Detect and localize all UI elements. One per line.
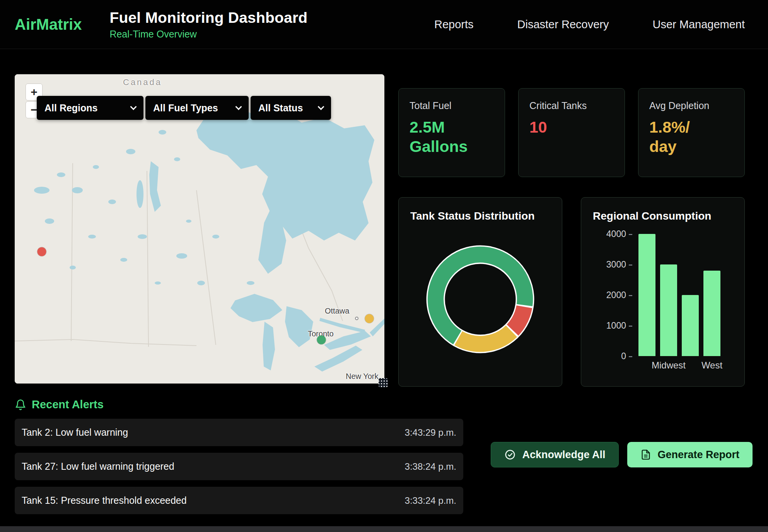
- alert-row[interactable]: Tank 27: Low fuel warning triggered 3:38…: [15, 453, 463, 480]
- alert-time: 3:38:24 p.m.: [405, 461, 456, 472]
- chevron-down-icon: [318, 104, 324, 110]
- app-root: { "header": { "brand": "AirMatrix", "tit…: [0, 0, 768, 532]
- alert-message: Tank 27: Low fuel warning triggered: [22, 461, 174, 472]
- brand-logo[interactable]: AirMatrix: [15, 16, 82, 33]
- page-title: Fuel Monitoring Dashboard: [109, 9, 307, 26]
- acknowledge-all-button[interactable]: Acknowledge All: [491, 442, 619, 467]
- nav-disaster-recovery[interactable]: Disaster Recovery: [517, 18, 609, 31]
- alert-row[interactable]: Tank 15: Pressure threshold exceeded 3:3…: [15, 487, 463, 514]
- main-nav: Reports Disaster Recovery User Managemen…: [434, 18, 745, 31]
- map-marker-warning[interactable]: [365, 314, 374, 323]
- bar-col0: [638, 234, 655, 356]
- bar-West: [703, 271, 720, 356]
- stat-value: 2.5MGallons: [410, 118, 494, 156]
- tank-status-card: Tank Status Distribution: [398, 197, 562, 387]
- acknowledge-all-label: Acknowledge All: [522, 449, 605, 461]
- status-filter-dropdown[interactable]: All Status: [251, 96, 331, 120]
- stat-label: Avg Depletion: [649, 100, 734, 111]
- y-tick-3000: 3000: [606, 259, 632, 270]
- bar-y-axis: 40003000200010000: [599, 234, 632, 356]
- nav-user-management[interactable]: User Management: [652, 18, 745, 31]
- x-label-col2: [682, 360, 699, 371]
- stat-card-total-fuel: Total Fuel 2.5MGallons: [398, 88, 505, 177]
- bar-Midwest: [660, 264, 677, 356]
- main-content: Canada Ottawa Toronto New York + − All R…: [0, 49, 768, 387]
- alert-time: 3:33:24 p.m.: [405, 495, 456, 506]
- app-header: AirMatrix Fuel Monitoring Dashboard Real…: [0, 0, 768, 49]
- generate-report-button[interactable]: Generate Report: [627, 442, 753, 467]
- stat-label: Critical Tanks: [529, 100, 614, 111]
- map-label-ottawa: Ottawa: [325, 307, 349, 315]
- tank-status-title: Tank Status Distribution: [410, 210, 550, 222]
- chevron-down-icon: [236, 104, 242, 110]
- alert-actions: Acknowledge All Generate Report: [491, 442, 753, 467]
- alert-time: 3:43:29 p.m.: [405, 427, 456, 438]
- x-label-West: West: [703, 360, 720, 371]
- stat-label: Total Fuel: [410, 100, 494, 111]
- stat-value: 1.8%/day: [649, 118, 734, 156]
- status-filter-value: All Status: [258, 102, 303, 114]
- check-circle-icon: [504, 449, 516, 460]
- map-label-canada: Canada: [123, 77, 162, 87]
- stat-value: 10: [529, 118, 614, 137]
- page-subtitle: Real-Time Overview: [109, 29, 307, 40]
- regional-consumption-card: Regional Consumption 40003000200010000 M…: [581, 197, 745, 387]
- region-filter-value: All Regions: [44, 102, 98, 114]
- map-canvas[interactable]: Canada Ottawa Toronto New York + − All R…: [15, 74, 384, 384]
- chevron-down-icon: [130, 104, 137, 110]
- map-resize-handle[interactable]: [379, 378, 388, 387]
- alerts-header: Recent Alerts: [15, 398, 745, 411]
- map-label-new-york: New York: [346, 372, 379, 381]
- map-panel: Canada Ottawa Toronto New York + − All R…: [15, 74, 384, 384]
- stats-row: Total Fuel 2.5MGallons Critical Tanks 10…: [398, 88, 745, 177]
- document-icon: [640, 449, 651, 460]
- nav-reports[interactable]: Reports: [434, 18, 474, 31]
- y-tick-2000: 2000: [606, 290, 632, 300]
- fuel-type-filter-value: All Fuel Types: [153, 102, 218, 114]
- title-block: Fuel Monitoring Dashboard Real-Time Over…: [109, 9, 307, 40]
- alert-list: Tank 2: Low fuel warning 3:43:29 p.m. Ta…: [15, 419, 463, 514]
- region-filter-dropdown[interactable]: All Regions: [37, 96, 143, 120]
- bar-x-axis: MidwestWest: [638, 360, 720, 371]
- regional-consumption-chart: 40003000200010000 MidwestWest: [593, 234, 733, 371]
- dashboard-right-column: Total Fuel 2.5MGallons Critical Tanks 10…: [398, 74, 745, 387]
- map-filter-bar: All Regions All Fuel Types All Status: [37, 96, 331, 120]
- stat-card-avg-depletion: Avg Depletion 1.8%/day: [638, 88, 745, 177]
- alert-message: Tank 15: Pressure threshold exceeded: [22, 495, 187, 506]
- map-marker-normal[interactable]: [317, 336, 326, 344]
- tank-status-donut: [416, 235, 544, 363]
- fuel-type-filter-dropdown[interactable]: All Fuel Types: [145, 96, 249, 120]
- regional-consumption-title: Regional Consumption: [593, 210, 733, 222]
- recent-alerts-section: Recent Alerts Tank 2: Low fuel warning 3…: [0, 387, 768, 514]
- ottawa-town-dot: [355, 317, 358, 320]
- bottom-scrollbar[interactable]: [0, 526, 768, 532]
- y-tick-4000: 4000: [606, 229, 632, 239]
- alert-message: Tank 2: Low fuel warning: [22, 427, 128, 438]
- y-tick-0: 0: [621, 351, 632, 361]
- y-tick-1000: 1000: [606, 321, 632, 331]
- x-label-Midwest: Midwest: [660, 360, 677, 371]
- bell-icon: [15, 399, 26, 411]
- alerts-title: Recent Alerts: [32, 398, 104, 411]
- stat-card-critical-tanks: Critical Tanks 10: [518, 88, 625, 177]
- charts-row: Tank Status Distribution Regional Consum…: [398, 197, 745, 387]
- map-marker-critical[interactable]: [37, 247, 46, 256]
- generate-report-label: Generate Report: [657, 449, 739, 461]
- bar-col2: [682, 295, 699, 356]
- bar-plot: MidwestWest: [638, 234, 720, 371]
- alert-row[interactable]: Tank 2: Low fuel warning 3:43:29 p.m.: [15, 419, 463, 446]
- bar-bars: [638, 234, 720, 356]
